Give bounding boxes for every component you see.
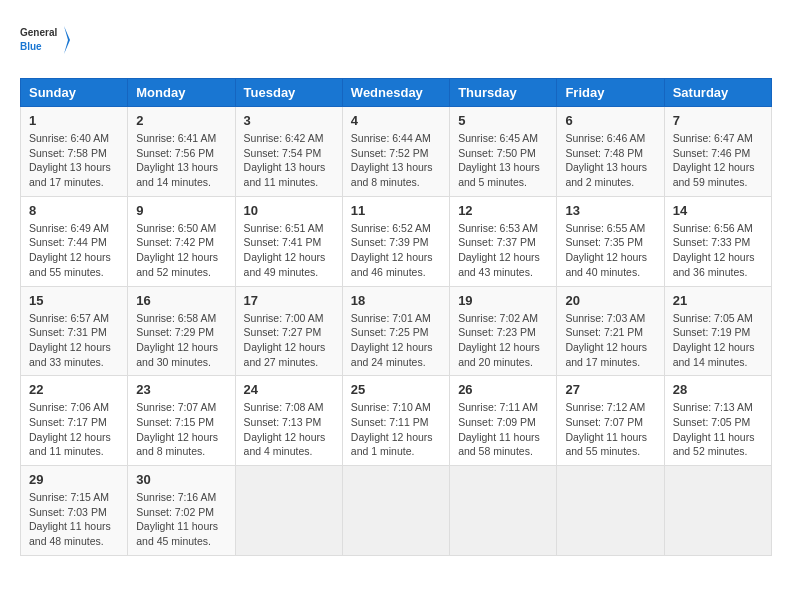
- calendar-cell: 10Sunrise: 6:51 AMSunset: 7:41 PMDayligh…: [235, 196, 342, 286]
- day-info: Sunrise: 6:57 AMSunset: 7:31 PMDaylight …: [29, 311, 119, 370]
- calendar-cell: 13Sunrise: 6:55 AMSunset: 7:35 PMDayligh…: [557, 196, 664, 286]
- day-number: 21: [673, 293, 763, 308]
- day-info: Sunrise: 7:00 AMSunset: 7:27 PMDaylight …: [244, 311, 334, 370]
- day-info: Sunrise: 6:52 AMSunset: 7:39 PMDaylight …: [351, 221, 441, 280]
- day-number: 30: [136, 472, 226, 487]
- weekday-header-saturday: Saturday: [664, 79, 771, 107]
- calendar-cell: 24Sunrise: 7:08 AMSunset: 7:13 PMDayligh…: [235, 376, 342, 466]
- svg-text:General: General: [20, 27, 57, 38]
- weekday-header-sunday: Sunday: [21, 79, 128, 107]
- day-info: Sunrise: 7:08 AMSunset: 7:13 PMDaylight …: [244, 400, 334, 459]
- day-info: Sunrise: 6:51 AMSunset: 7:41 PMDaylight …: [244, 221, 334, 280]
- calendar-cell: 4Sunrise: 6:44 AMSunset: 7:52 PMDaylight…: [342, 107, 449, 197]
- calendar-cell: 7Sunrise: 6:47 AMSunset: 7:46 PMDaylight…: [664, 107, 771, 197]
- calendar-cell: 9Sunrise: 6:50 AMSunset: 7:42 PMDaylight…: [128, 196, 235, 286]
- day-info: Sunrise: 6:56 AMSunset: 7:33 PMDaylight …: [673, 221, 763, 280]
- calendar-cell: 30Sunrise: 7:16 AMSunset: 7:02 PMDayligh…: [128, 466, 235, 556]
- day-number: 17: [244, 293, 334, 308]
- day-number: 15: [29, 293, 119, 308]
- logo: General Blue: [20, 20, 70, 62]
- day-info: Sunrise: 7:11 AMSunset: 7:09 PMDaylight …: [458, 400, 548, 459]
- day-number: 24: [244, 382, 334, 397]
- day-info: Sunrise: 7:12 AMSunset: 7:07 PMDaylight …: [565, 400, 655, 459]
- calendar-cell: [664, 466, 771, 556]
- day-info: Sunrise: 6:50 AMSunset: 7:42 PMDaylight …: [136, 221, 226, 280]
- day-info: Sunrise: 7:13 AMSunset: 7:05 PMDaylight …: [673, 400, 763, 459]
- day-number: 19: [458, 293, 548, 308]
- day-info: Sunrise: 6:53 AMSunset: 7:37 PMDaylight …: [458, 221, 548, 280]
- calendar-cell: [342, 466, 449, 556]
- day-info: Sunrise: 7:07 AMSunset: 7:15 PMDaylight …: [136, 400, 226, 459]
- day-info: Sunrise: 7:10 AMSunset: 7:11 PMDaylight …: [351, 400, 441, 459]
- day-info: Sunrise: 7:06 AMSunset: 7:17 PMDaylight …: [29, 400, 119, 459]
- calendar-cell: 8Sunrise: 6:49 AMSunset: 7:44 PMDaylight…: [21, 196, 128, 286]
- day-info: Sunrise: 7:02 AMSunset: 7:23 PMDaylight …: [458, 311, 548, 370]
- day-info: Sunrise: 6:45 AMSunset: 7:50 PMDaylight …: [458, 131, 548, 190]
- calendar-cell: 16Sunrise: 6:58 AMSunset: 7:29 PMDayligh…: [128, 286, 235, 376]
- calendar-cell: 1Sunrise: 6:40 AMSunset: 7:58 PMDaylight…: [21, 107, 128, 197]
- svg-text:Blue: Blue: [20, 41, 42, 52]
- calendar-cell: 17Sunrise: 7:00 AMSunset: 7:27 PMDayligh…: [235, 286, 342, 376]
- weekday-header-thursday: Thursday: [450, 79, 557, 107]
- day-number: 2: [136, 113, 226, 128]
- calendar-cell: [235, 466, 342, 556]
- day-number: 8: [29, 203, 119, 218]
- day-number: 11: [351, 203, 441, 218]
- calendar-cell: 14Sunrise: 6:56 AMSunset: 7:33 PMDayligh…: [664, 196, 771, 286]
- day-number: 6: [565, 113, 655, 128]
- calendar-cell: 3Sunrise: 6:42 AMSunset: 7:54 PMDaylight…: [235, 107, 342, 197]
- day-number: 1: [29, 113, 119, 128]
- day-number: 10: [244, 203, 334, 218]
- calendar-cell: 21Sunrise: 7:05 AMSunset: 7:19 PMDayligh…: [664, 286, 771, 376]
- weekday-header-monday: Monday: [128, 79, 235, 107]
- calendar-cell: 29Sunrise: 7:15 AMSunset: 7:03 PMDayligh…: [21, 466, 128, 556]
- day-number: 26: [458, 382, 548, 397]
- calendar-cell: 19Sunrise: 7:02 AMSunset: 7:23 PMDayligh…: [450, 286, 557, 376]
- calendar-cell: 27Sunrise: 7:12 AMSunset: 7:07 PMDayligh…: [557, 376, 664, 466]
- calendar-cell: 28Sunrise: 7:13 AMSunset: 7:05 PMDayligh…: [664, 376, 771, 466]
- day-info: Sunrise: 6:41 AMSunset: 7:56 PMDaylight …: [136, 131, 226, 190]
- day-info: Sunrise: 6:49 AMSunset: 7:44 PMDaylight …: [29, 221, 119, 280]
- weekday-header-friday: Friday: [557, 79, 664, 107]
- day-number: 20: [565, 293, 655, 308]
- calendar-cell: 22Sunrise: 7:06 AMSunset: 7:17 PMDayligh…: [21, 376, 128, 466]
- day-info: Sunrise: 6:44 AMSunset: 7:52 PMDaylight …: [351, 131, 441, 190]
- day-info: Sunrise: 7:01 AMSunset: 7:25 PMDaylight …: [351, 311, 441, 370]
- calendar-cell: 23Sunrise: 7:07 AMSunset: 7:15 PMDayligh…: [128, 376, 235, 466]
- day-info: Sunrise: 6:58 AMSunset: 7:29 PMDaylight …: [136, 311, 226, 370]
- calendar-cell: 15Sunrise: 6:57 AMSunset: 7:31 PMDayligh…: [21, 286, 128, 376]
- day-number: 12: [458, 203, 548, 218]
- day-number: 14: [673, 203, 763, 218]
- day-number: 25: [351, 382, 441, 397]
- day-number: 28: [673, 382, 763, 397]
- day-number: 13: [565, 203, 655, 218]
- day-info: Sunrise: 6:42 AMSunset: 7:54 PMDaylight …: [244, 131, 334, 190]
- day-number: 7: [673, 113, 763, 128]
- day-info: Sunrise: 7:16 AMSunset: 7:02 PMDaylight …: [136, 490, 226, 549]
- day-number: 16: [136, 293, 226, 308]
- calendar-cell: 5Sunrise: 6:45 AMSunset: 7:50 PMDaylight…: [450, 107, 557, 197]
- weekday-header-wednesday: Wednesday: [342, 79, 449, 107]
- day-number: 27: [565, 382, 655, 397]
- calendar-cell: 18Sunrise: 7:01 AMSunset: 7:25 PMDayligh…: [342, 286, 449, 376]
- generalblue-icon: General Blue: [20, 20, 70, 62]
- calendar-cell: [557, 466, 664, 556]
- day-number: 29: [29, 472, 119, 487]
- day-number: 22: [29, 382, 119, 397]
- day-info: Sunrise: 7:15 AMSunset: 7:03 PMDaylight …: [29, 490, 119, 549]
- calendar-cell: 6Sunrise: 6:46 AMSunset: 7:48 PMDaylight…: [557, 107, 664, 197]
- calendar-table: SundayMondayTuesdayWednesdayThursdayFrid…: [20, 78, 772, 556]
- calendar-cell: 26Sunrise: 7:11 AMSunset: 7:09 PMDayligh…: [450, 376, 557, 466]
- day-info: Sunrise: 7:03 AMSunset: 7:21 PMDaylight …: [565, 311, 655, 370]
- calendar-cell: 25Sunrise: 7:10 AMSunset: 7:11 PMDayligh…: [342, 376, 449, 466]
- day-info: Sunrise: 7:05 AMSunset: 7:19 PMDaylight …: [673, 311, 763, 370]
- calendar-cell: 11Sunrise: 6:52 AMSunset: 7:39 PMDayligh…: [342, 196, 449, 286]
- calendar-cell: 2Sunrise: 6:41 AMSunset: 7:56 PMDaylight…: [128, 107, 235, 197]
- day-number: 5: [458, 113, 548, 128]
- calendar-cell: [450, 466, 557, 556]
- day-number: 23: [136, 382, 226, 397]
- day-info: Sunrise: 6:46 AMSunset: 7:48 PMDaylight …: [565, 131, 655, 190]
- day-number: 18: [351, 293, 441, 308]
- weekday-header-tuesday: Tuesday: [235, 79, 342, 107]
- calendar-cell: 20Sunrise: 7:03 AMSunset: 7:21 PMDayligh…: [557, 286, 664, 376]
